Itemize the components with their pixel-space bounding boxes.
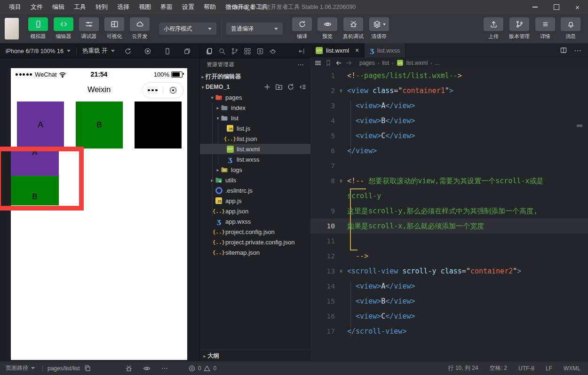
menu-item-5[interactable]: 选择 [113, 0, 134, 14]
fold-chevron-icon[interactable]: ∨ [335, 83, 347, 98]
sbox-icon[interactable] [256, 47, 264, 55]
fold-chevron-icon[interactable]: ∨ [335, 264, 347, 279]
code-line-11[interactable]: 11 [310, 234, 588, 249]
preview-eye-icon[interactable] [143, 365, 151, 372]
toolbar-button-branch[interactable]: 版本管理 [509, 17, 530, 40]
teapot-icon[interactable] [269, 47, 277, 55]
record-icon[interactable] [144, 47, 151, 55]
code-line-9[interactable]: 9这里是scroll-y,那么必须在样式中为其强制添加一个高度, [310, 203, 588, 219]
user-avatar[interactable] [5, 18, 19, 39]
outline-section[interactable]: ▸ 大纲 [200, 350, 311, 361]
toolbar-button-refresh[interactable]: 编译 [292, 17, 312, 40]
scrollbar-thumb[interactable] [577, 125, 582, 127]
menu-item-6[interactable]: 视图 [135, 0, 155, 14]
menu-item-0[interactable]: 项目 [5, 0, 25, 14]
toolbar-button-bell[interactable]: 消息 [561, 17, 580, 40]
view-box-3[interactable] [135, 102, 182, 148]
minimize-button[interactable] [524, 0, 546, 14]
debug-icon[interactable] [125, 365, 133, 372]
tree-item--eslintrc-js[interactable]: .eslintrc.js [200, 185, 311, 195]
code-line-7[interactable]: 7 [310, 158, 588, 173]
fold-chevron-icon[interactable]: ∨ [335, 173, 347, 188]
tree-item-project-config-json[interactable]: {..}project.config.json [200, 227, 311, 237]
view-box-1[interactable]: A [17, 102, 64, 148]
toolbar-button-code[interactable]: 编辑器 [54, 17, 73, 40]
code-line-13[interactable]: 13∨<scroll-view scroll-y class="containe… [310, 264, 588, 279]
toolbar-button-phone[interactable]: 模拟器 [28, 17, 48, 40]
plus-icon[interactable] [263, 83, 271, 91]
page-path-select[interactable]: 页面路径 [0, 364, 38, 372]
phoneoutline-icon[interactable] [164, 47, 171, 55]
tree-item-app-wxss[interactable]: ʒapp.wxss [200, 216, 311, 227]
status-item-4[interactable]: WXML [564, 365, 580, 372]
code-line-15[interactable]: 15 <view>B</view> [310, 294, 588, 309]
toolbar-button-layout[interactable]: 可视化 [104, 17, 124, 40]
scroll-view-border[interactable] [0, 147, 84, 211]
folderplus-icon[interactable] [275, 83, 283, 91]
problems-indicator[interactable]: 0 0 [188, 365, 216, 372]
code-line-4[interactable]: 4 <view>B</view> [310, 113, 588, 128]
code-line-12[interactable]: 12 --> [310, 249, 588, 264]
menu-item-9[interactable]: 帮助 [199, 0, 220, 14]
tree-item-project-private-config-json[interactable]: {..}project.private.config.json [200, 237, 311, 247]
chevron-right-icon[interactable]: ▸ [215, 105, 221, 110]
branch-icon[interactable] [231, 47, 238, 55]
toolbar-button-upload[interactable]: 上传 [484, 17, 503, 40]
project-section[interactable]: ▾ DEMO_1 [200, 82, 311, 92]
toolbar-button-bug[interactable]: 真机调试 [343, 17, 364, 40]
status-item-1[interactable]: 空格: 2 [490, 364, 507, 372]
code-line-wrap[interactable]: scroll-y [310, 188, 588, 203]
tree-item-list-wxss[interactable]: ʒlist.wxss [200, 154, 311, 164]
chevron-down-icon[interactable]: ▾ [215, 116, 221, 121]
tree-item-pages[interactable]: ▾pages [200, 92, 311, 102]
code-line-1[interactable]: 1<!--pages/list/list.wxml--> [310, 68, 588, 83]
code-line-17[interactable]: 17</scroll-view> [310, 324, 588, 339]
code-line-14[interactable]: 14 <view>A</view> [310, 279, 588, 294]
toolbar-button-listlines[interactable]: 详情 [535, 17, 555, 40]
breadcrumb-item-0[interactable]: pages [359, 60, 375, 66]
tree-item-app-js[interactable]: JSapp.js [200, 195, 311, 206]
split-icon[interactable] [560, 47, 567, 54]
code-line-2[interactable]: 2∨<view class="container1"> [310, 83, 588, 98]
search-icon[interactable] [218, 47, 226, 55]
code-line-16[interactable]: 16 <view>C</view> [310, 309, 588, 324]
menu-item-7[interactable]: 界面 [156, 0, 177, 14]
forward-arrow-icon[interactable] [345, 59, 353, 67]
toolbar-button-cloud[interactable]: 云开发 [130, 17, 150, 40]
menu-item-3[interactable]: 工具 [70, 0, 90, 14]
editor-tab-list-wxml[interactable]: </>list.wxml× [310, 43, 365, 57]
collapseleft-icon[interactable] [298, 47, 305, 55]
open-editors-section[interactable]: ▸ 打开的编辑器 [200, 71, 311, 82]
menu-item-8[interactable]: 设置 [178, 0, 199, 14]
menu-item-1[interactable]: 文件 [26, 0, 47, 14]
copy-path-icon[interactable] [84, 365, 91, 372]
refresh-icon[interactable] [124, 47, 132, 55]
more-button[interactable] [143, 89, 163, 92]
status-item-3[interactable]: LF [546, 365, 552, 372]
breadcrumb-item-1[interactable]: list [382, 60, 389, 66]
tree-item-index[interactable]: ▸index [200, 102, 311, 113]
tree-item-list-js[interactable]: JSlist.js [200, 123, 311, 133]
outline-menu-icon[interactable] [314, 59, 322, 67]
view-box-2[interactable]: B [76, 102, 123, 148]
more-actions-icon[interactable]: ⋯ [574, 46, 581, 55]
grid-icon[interactable] [244, 47, 251, 55]
toolbar-button-sliders[interactable]: 调试器 [79, 17, 99, 40]
editor-tab-list-wxss[interactable]: ʒlist.wxss [365, 43, 405, 57]
breadcrumb-item-2[interactable]: list.wxml [406, 60, 428, 66]
exit-button[interactable] [163, 87, 183, 94]
hot-reload-toggle[interactable]: 热重载 开 [77, 47, 120, 55]
tree-item-utils[interactable]: ▸utils [200, 175, 311, 185]
toolbar-button-layers[interactable]: 清缓存 [369, 17, 389, 40]
chevron-down-icon[interactable]: ▾ [209, 95, 215, 100]
tab-close-icon[interactable]: × [355, 47, 359, 54]
files-icon[interactable] [206, 47, 213, 55]
more-options-icon[interactable] [161, 365, 168, 372]
chevron-right-icon[interactable]: ▸ [215, 167, 221, 172]
maximize-button[interactable] [546, 0, 567, 14]
collapseall-icon[interactable] [299, 83, 306, 91]
code-editor[interactable]: 1<!--pages/list/list.wxml-->2∨<view clas… [310, 68, 588, 361]
mode-select[interactable]: 小程序模式 [159, 23, 216, 35]
menu-item-2[interactable]: 编辑 [48, 0, 69, 14]
code-line-5[interactable]: 5 <view>C</view> [310, 128, 588, 143]
